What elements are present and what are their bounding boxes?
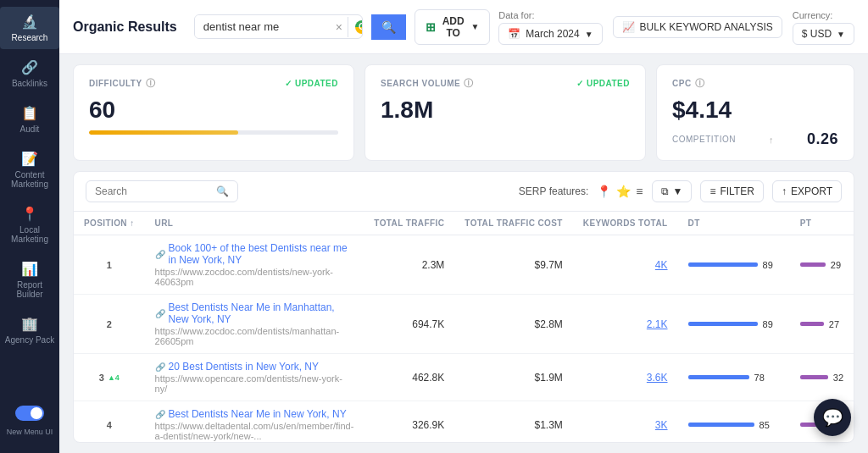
new-menu-label: New Menu UI (7, 428, 53, 436)
list-icon[interactable]: ≡ (636, 185, 643, 198)
traffic-cost-cell: $1.9M (454, 354, 573, 401)
url-cell: 🔗 Best Dentists Near Me in Manhattan, Ne… (145, 295, 364, 354)
info-icon[interactable]: ⓘ (464, 77, 474, 90)
dt-bar: 89 (688, 319, 780, 329)
results-search-wrap: 🔍 (86, 180, 238, 202)
search-clear-button[interactable]: × (331, 20, 348, 34)
sidebar-item-label: Local Marketing (3, 225, 56, 244)
sidebar-item-label: Research (12, 33, 48, 42)
position-badge: 2 (107, 319, 112, 329)
topbar: Organic Results × G 🇺🇸 ▼ 🔍 ⊞ ADD TO ▼ Da… (59, 0, 868, 54)
data-for-label: Data for: (498, 10, 534, 20)
col-position[interactable]: POSITION ↑ (74, 212, 145, 235)
competition-info-icon[interactable]: ↑ (769, 135, 774, 145)
url-domain: https://www.zocdoc.com/dentists/manhatta… (155, 326, 354, 346)
filter-label: FILTER (720, 185, 754, 197)
keywords-total-cell: 4K (573, 235, 678, 295)
star-icon[interactable]: ⭐ (616, 185, 631, 198)
competition-row: COMPETITION ↑ 0.26 (672, 130, 838, 148)
search-button[interactable]: 🔍 (371, 14, 406, 40)
info-icon[interactable]: ⓘ (146, 77, 156, 90)
chat-bubble-button[interactable]: 💬 (814, 399, 851, 436)
sidebar-item-local-marketing[interactable]: 📍 Local Marketing (0, 199, 59, 251)
traffic-cost-cell: $2.8M (454, 295, 573, 354)
sidebar-item-audit[interactable]: 📋 Audit (0, 98, 59, 141)
serp-icons: 📍 ⭐ ≡ (597, 185, 643, 198)
pin-icon[interactable]: 📍 (597, 185, 611, 198)
results-search-input[interactable] (95, 185, 211, 197)
dt-bar: 89 (688, 260, 780, 270)
add-to-button[interactable]: ⊞ ADD TO ▼ (415, 9, 490, 45)
google-icon: G (355, 20, 363, 34)
bulk-icon: 📈 (622, 21, 635, 33)
export-icon: ↑ (782, 185, 787, 197)
dt-cell: 78 (678, 354, 790, 401)
url-link[interactable]: 🔗 20 Best Dentists in New York, NY (155, 361, 354, 373)
difficulty-progress-bar (89, 130, 338, 135)
keywords-link[interactable]: 4K (655, 259, 668, 271)
keywords-link[interactable]: 3.6K (647, 372, 668, 384)
sidebar: 🔬 Research 🔗 Backlinks 📋 Audit 📝 Content… (0, 0, 59, 453)
keywords-link[interactable]: 3K (655, 419, 668, 431)
url-link[interactable]: 🔗 Best Dentists Near Me in Manhattan, Ne… (155, 301, 354, 325)
position-cell: 1 (74, 235, 145, 295)
table-row: 1 🔗 Book 100+ of the best Dentists near … (74, 235, 854, 295)
results-section: 🔍 SERP features: 📍 ⭐ ≡ ⧉ ▼ ≡ FILTER ↑ EX… (73, 171, 854, 443)
new-menu-toggle[interactable] (15, 406, 44, 421)
sidebar-item-backlinks[interactable]: 🔗 Backlinks (0, 52, 59, 95)
topbar-right: Data for: 📅 March 2024 ▼ 📈 BULK KEYWORD … (498, 8, 854, 45)
bulk-keyword-button[interactable]: 📈 BULK KEYWORD ANALYSIS (613, 16, 782, 38)
traffic-cell: 462.8K (364, 354, 454, 401)
table-row: 3 ▲4 🔗 20 Best Dentists in New York, NY … (74, 354, 854, 401)
pt-bar: 29 (800, 260, 843, 270)
serp-features-label: SERP features: (519, 185, 589, 197)
search-volume-card: SEARCH VOLUME ⓘ ✓ Updated 1.8M (364, 64, 646, 161)
sidebar-item-agency-pack[interactable]: 🏢 Agency Pack (0, 309, 59, 351)
difficulty-progress-fill (89, 130, 238, 135)
chevron-down-icon: ▼ (470, 22, 479, 31)
content-marketing-icon: 📝 (21, 151, 38, 167)
sidebar-item-content-marketing[interactable]: 📝 Content Marketing (0, 144, 59, 196)
position-cell: 3 ▲4 (74, 354, 145, 401)
cpc-card: CPC ⓘ $4.14 COMPETITION ↑ 0.26 (656, 64, 854, 161)
url-link[interactable]: 🔗 Best Dentists Near Me in New York, NY (155, 408, 354, 420)
url-cell: 🔗 20 Best Dentists in New York, NY https… (145, 354, 364, 401)
bulk-button-label: BULK KEYWORD ANALYSIS (640, 21, 773, 33)
position-badge: 1 (107, 260, 112, 270)
currency-value: $ USD (802, 28, 832, 40)
dt-value: 78 (754, 373, 765, 383)
currency-label: Currency: (793, 10, 833, 20)
dt-cell: 89 (678, 295, 790, 354)
table-row: 4 🔗 Best Dentists Near Me in New York, N… (74, 401, 854, 443)
filter-button[interactable]: ≡ FILTER (700, 180, 763, 202)
pt-bar-fill (800, 322, 824, 326)
url-cell: 🔗 Book 100+ of the best Dentists near me… (145, 235, 364, 295)
sidebar-item-report-builder[interactable]: 📊 Report Builder (0, 254, 59, 306)
export-button[interactable]: ↑ EXPORT (772, 180, 842, 202)
info-icon[interactable]: ⓘ (695, 77, 705, 90)
date-picker-button[interactable]: 📅 March 2024 ▼ (498, 23, 602, 45)
position-badge: 4 (107, 420, 112, 430)
sidebar-item-label: Agency Pack (5, 335, 54, 345)
metrics-row: DIFFICULTY ⓘ ✓ Updated 60 SEARCH VOLUME … (59, 54, 868, 171)
copy-button[interactable]: ⧉ ▼ (652, 180, 693, 202)
audit-icon: 📋 (21, 105, 38, 121)
check-icon: ✓ (576, 79, 584, 88)
search-engine-selector[interactable]: G 🇺🇸 ▼ (348, 17, 363, 37)
dt-cell: 89 (678, 235, 790, 295)
currency-selector[interactable]: $ USD ▼ (793, 23, 854, 45)
traffic-cost-cell: $1.3M (454, 401, 573, 443)
dt-value: 89 (763, 319, 773, 329)
traffic-cell: 326.9K (364, 401, 454, 443)
sidebar-item-research[interactable]: 🔬 Research (0, 7, 59, 49)
table-header: POSITION ↑ URL TOTAL TRAFFIC TOTAL TRAFF… (74, 212, 854, 235)
pt-bar: 27 (800, 319, 843, 329)
pt-cell: 32 (790, 354, 854, 401)
search-input[interactable] (195, 15, 331, 38)
dt-bar-fill (688, 322, 758, 326)
keywords-link[interactable]: 2.1K (647, 318, 668, 330)
col-total-traffic-cost: TOTAL TRAFFIC COST (454, 212, 573, 235)
url-link[interactable]: 🔗 Book 100+ of the best Dentists near me… (155, 242, 354, 266)
sidebar-item-label: Content Marketing (3, 170, 56, 189)
traffic-cell: 694.7K (364, 295, 454, 354)
